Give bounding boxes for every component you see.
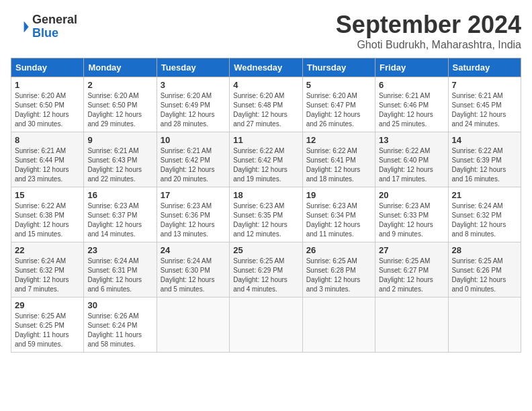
title-block: September 2024 Ghoti Budrukh, Maharashtr…	[336, 11, 521, 51]
day-header-friday: Friday	[375, 58, 448, 77]
day-number: 21	[452, 190, 517, 200]
day-number: 16	[87, 190, 152, 200]
day-detail: Sunrise: 6:21 AMSunset: 6:43 PMDaylight:…	[87, 146, 152, 184]
day-detail: Sunrise: 6:20 AMSunset: 6:47 PMDaylight:…	[306, 91, 371, 129]
day-detail: Sunrise: 6:24 AMSunset: 6:32 PMDaylight:…	[452, 201, 517, 239]
day-number: 19	[306, 190, 371, 200]
day-detail: Sunrise: 6:25 AMSunset: 6:25 PMDaylight:…	[15, 312, 80, 349]
day-number: 20	[379, 190, 444, 200]
day-number: 25	[233, 245, 298, 255]
day-number: 27	[379, 245, 444, 255]
week-row-3: 15Sunrise: 6:22 AMSunset: 6:38 PMDayligh…	[11, 187, 521, 242]
day-number: 6	[379, 80, 444, 90]
svg-marker-0	[24, 21, 29, 32]
logo-icon	[11, 17, 30, 36]
day-number: 9	[87, 135, 152, 145]
day-detail: Sunrise: 6:23 AMSunset: 6:37 PMDaylight:…	[87, 201, 152, 239]
day-header-sunday: Sunday	[11, 58, 84, 77]
calendar-table: SundayMondayTuesdayWednesdayThursdayFrid…	[11, 58, 521, 353]
day-number: 5	[306, 80, 371, 90]
day-detail: Sunrise: 6:21 AMSunset: 6:44 PMDaylight:…	[15, 146, 80, 184]
logo-blue: Blue	[32, 26, 58, 40]
day-header-tuesday: Tuesday	[157, 58, 229, 77]
day-detail: Sunrise: 6:23 AMSunset: 6:33 PMDaylight:…	[379, 201, 444, 239]
day-number: 29	[15, 300, 80, 310]
day-number: 28	[452, 245, 517, 255]
calendar-cell	[448, 298, 521, 353]
calendar-cell: 9Sunrise: 6:21 AMSunset: 6:43 PMDaylight…	[84, 132, 157, 187]
week-row-2: 8Sunrise: 6:21 AMSunset: 6:44 PMDaylight…	[11, 132, 521, 187]
day-detail: Sunrise: 6:24 AMSunset: 6:31 PMDaylight:…	[87, 257, 152, 294]
calendar-cell: 7Sunrise: 6:21 AMSunset: 6:45 PMDaylight…	[448, 77, 521, 132]
calendar-cell: 25Sunrise: 6:25 AMSunset: 6:29 PMDayligh…	[230, 242, 302, 298]
location-subtitle: Ghoti Budrukh, Maharashtra, India	[336, 39, 521, 51]
calendar-cell: 2Sunrise: 6:20 AMSunset: 6:50 PMDaylight…	[84, 77, 157, 132]
calendar-cell	[302, 298, 375, 353]
calendar-cell: 18Sunrise: 6:23 AMSunset: 6:35 PMDayligh…	[230, 187, 302, 242]
day-detail: Sunrise: 6:20 AMSunset: 6:50 PMDaylight:…	[87, 91, 152, 129]
header-row: SundayMondayTuesdayWednesdayThursdayFrid…	[11, 58, 521, 77]
day-number: 26	[306, 245, 371, 255]
day-detail: Sunrise: 6:22 AMSunset: 6:38 PMDaylight:…	[15, 201, 80, 239]
calendar-cell: 30Sunrise: 6:26 AMSunset: 6:24 PMDayligh…	[84, 298, 157, 353]
calendar-cell: 26Sunrise: 6:25 AMSunset: 6:28 PMDayligh…	[302, 242, 375, 298]
calendar-cell: 27Sunrise: 6:25 AMSunset: 6:27 PMDayligh…	[375, 242, 448, 298]
page-header: General Blue September 2024 Ghoti Budruk…	[11, 11, 521, 51]
calendar-cell: 21Sunrise: 6:24 AMSunset: 6:32 PMDayligh…	[448, 187, 521, 242]
day-number: 18	[233, 190, 298, 200]
day-detail: Sunrise: 6:23 AMSunset: 6:35 PMDaylight:…	[233, 201, 298, 239]
calendar-cell: 17Sunrise: 6:23 AMSunset: 6:36 PMDayligh…	[157, 187, 229, 242]
day-number: 4	[233, 80, 298, 90]
month-title: September 2024	[336, 11, 521, 39]
day-number: 3	[161, 80, 226, 90]
day-number: 11	[233, 135, 298, 145]
calendar-cell: 4Sunrise: 6:20 AMSunset: 6:48 PMDaylight…	[230, 77, 302, 132]
day-detail: Sunrise: 6:26 AMSunset: 6:24 PMDaylight:…	[87, 312, 152, 349]
calendar-cell: 5Sunrise: 6:20 AMSunset: 6:47 PMDaylight…	[302, 77, 375, 132]
day-number: 8	[15, 135, 80, 145]
calendar-cell: 3Sunrise: 6:20 AMSunset: 6:49 PMDaylight…	[157, 77, 229, 132]
calendar-cell: 22Sunrise: 6:24 AMSunset: 6:32 PMDayligh…	[11, 242, 84, 298]
calendar-cell: 1Sunrise: 6:20 AMSunset: 6:50 PMDaylight…	[11, 77, 84, 132]
calendar-cell	[230, 298, 302, 353]
day-number: 15	[15, 190, 80, 200]
calendar-cell: 23Sunrise: 6:24 AMSunset: 6:31 PMDayligh…	[84, 242, 157, 298]
week-row-4: 22Sunrise: 6:24 AMSunset: 6:32 PMDayligh…	[11, 242, 521, 298]
calendar-cell: 10Sunrise: 6:21 AMSunset: 6:42 PMDayligh…	[157, 132, 229, 187]
calendar-cell: 12Sunrise: 6:22 AMSunset: 6:41 PMDayligh…	[302, 132, 375, 187]
day-number: 24	[161, 245, 226, 255]
day-number: 2	[87, 80, 152, 90]
day-detail: Sunrise: 6:25 AMSunset: 6:29 PMDaylight:…	[233, 257, 298, 294]
day-number: 10	[161, 135, 226, 145]
day-header-monday: Monday	[84, 58, 157, 77]
day-detail: Sunrise: 6:24 AMSunset: 6:32 PMDaylight:…	[15, 257, 80, 294]
calendar-cell: 14Sunrise: 6:22 AMSunset: 6:39 PMDayligh…	[448, 132, 521, 187]
day-number: 23	[87, 245, 152, 255]
day-number: 17	[161, 190, 226, 200]
calendar-cell: 29Sunrise: 6:25 AMSunset: 6:25 PMDayligh…	[11, 298, 84, 353]
day-number: 13	[379, 135, 444, 145]
day-detail: Sunrise: 6:22 AMSunset: 6:40 PMDaylight:…	[379, 146, 444, 184]
day-number: 22	[15, 245, 80, 255]
day-detail: Sunrise: 6:25 AMSunset: 6:26 PMDaylight:…	[452, 257, 517, 294]
day-detail: Sunrise: 6:25 AMSunset: 6:28 PMDaylight:…	[306, 257, 371, 294]
day-header-thursday: Thursday	[302, 58, 375, 77]
day-detail: Sunrise: 6:22 AMSunset: 6:39 PMDaylight:…	[452, 146, 517, 184]
calendar-cell: 16Sunrise: 6:23 AMSunset: 6:37 PMDayligh…	[84, 187, 157, 242]
day-detail: Sunrise: 6:21 AMSunset: 6:46 PMDaylight:…	[379, 91, 444, 129]
day-detail: Sunrise: 6:25 AMSunset: 6:27 PMDaylight:…	[379, 257, 444, 294]
week-row-5: 29Sunrise: 6:25 AMSunset: 6:25 PMDayligh…	[11, 298, 521, 353]
calendar-cell: 15Sunrise: 6:22 AMSunset: 6:38 PMDayligh…	[11, 187, 84, 242]
calendar-cell	[375, 298, 448, 353]
calendar-cell: 28Sunrise: 6:25 AMSunset: 6:26 PMDayligh…	[448, 242, 521, 298]
week-row-1: 1Sunrise: 6:20 AMSunset: 6:50 PMDaylight…	[11, 77, 521, 132]
calendar-cell: 24Sunrise: 6:24 AMSunset: 6:30 PMDayligh…	[157, 242, 229, 298]
day-detail: Sunrise: 6:20 AMSunset: 6:50 PMDaylight:…	[15, 91, 80, 129]
day-detail: Sunrise: 6:23 AMSunset: 6:36 PMDaylight:…	[161, 201, 226, 239]
day-detail: Sunrise: 6:24 AMSunset: 6:30 PMDaylight:…	[161, 257, 226, 294]
day-detail: Sunrise: 6:21 AMSunset: 6:42 PMDaylight:…	[161, 146, 226, 184]
calendar-cell: 6Sunrise: 6:21 AMSunset: 6:46 PMDaylight…	[375, 77, 448, 132]
day-number: 14	[452, 135, 517, 145]
calendar-cell: 13Sunrise: 6:22 AMSunset: 6:40 PMDayligh…	[375, 132, 448, 187]
day-number: 7	[452, 80, 517, 90]
